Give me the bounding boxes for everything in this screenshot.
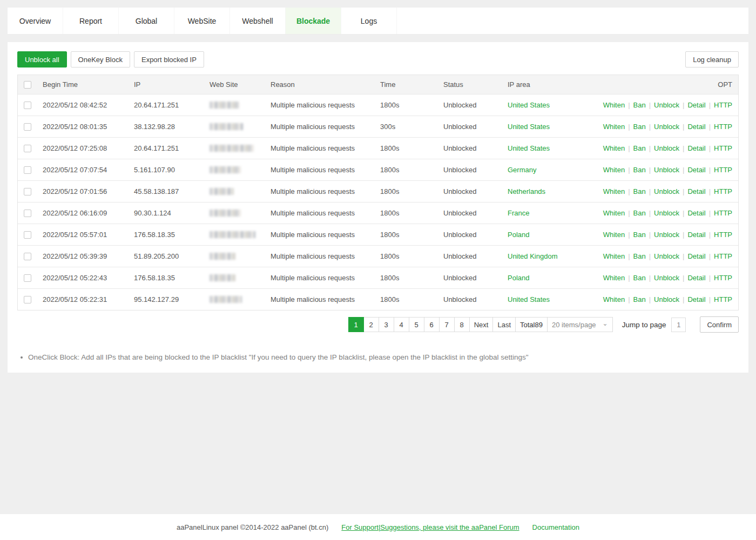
detail-action-link[interactable]: Detail [687,144,705,152]
tab-global[interactable]: Global [119,8,174,34]
tab-website[interactable]: WebSite [174,8,230,34]
page-button-3[interactable]: 3 [379,317,394,332]
row-checkbox[interactable] [24,231,31,239]
whiten-action-link[interactable]: Whiten [603,187,625,195]
page-button-2[interactable]: 2 [363,317,379,332]
ip-area-link[interactable]: Poland [508,231,529,239]
page-button-6[interactable]: 6 [424,317,440,332]
items-per-page-select[interactable]: 20 items/page⌄ [547,317,613,332]
unblock-action-link[interactable]: Unblock [654,187,679,195]
footer-documentation-link[interactable]: Documentation [532,523,579,531]
unblock-action-link[interactable]: Unblock [654,274,679,282]
page-button-1[interactable]: 1 [348,317,364,332]
whiten-action-link[interactable]: Whiten [603,274,625,282]
whiten-action-link[interactable]: Whiten [603,252,625,260]
unblock-action-link[interactable]: Unblock [654,166,679,174]
row-checkbox-cell [18,123,37,131]
onekey-block-button[interactable]: OneKey Block [71,51,130,68]
select-all-checkbox[interactable] [24,81,31,89]
tab-webshell[interactable]: Webshell [230,8,286,34]
tab-logs[interactable]: Logs [341,8,397,34]
page-button-4[interactable]: 4 [394,317,409,332]
page-button-7[interactable]: 7 [439,317,455,332]
jump-to-page-input[interactable] [671,318,686,332]
ip-area-link[interactable]: Germany [508,166,536,174]
footer-support-link[interactable]: For Support|Suggestions, please visit th… [341,523,519,531]
http-action-link[interactable]: HTTP [714,252,732,260]
ip-area-link[interactable]: Netherlands [508,187,545,195]
http-action-link[interactable]: HTTP [714,166,732,174]
row-checkbox[interactable] [24,296,31,303]
row-checkbox[interactable] [24,123,31,131]
detail-action-link[interactable]: Detail [687,231,705,239]
detail-action-link[interactable]: Detail [687,101,705,109]
cell-reason: Multiple malicious requests [265,123,375,131]
ip-area-link[interactable]: France [508,209,529,217]
whiten-action-link[interactable]: Whiten [603,144,625,152]
ip-area-link[interactable]: United States [508,123,550,131]
whiten-action-link[interactable]: Whiten [603,123,625,131]
ip-area-link[interactable]: United States [508,101,550,109]
detail-action-link[interactable]: Detail [687,252,705,260]
ip-area-link[interactable]: United Kingdom [508,252,558,260]
http-action-link[interactable]: HTTP [714,144,732,152]
unblock-action-link[interactable]: Unblock [654,295,679,303]
unblock-action-link[interactable]: Unblock [654,123,679,131]
ban-action-link[interactable]: Ban [633,144,646,152]
detail-action-link[interactable]: Detail [687,123,705,131]
unblock-action-link[interactable]: Unblock [654,231,679,239]
row-checkbox[interactable] [24,210,31,217]
http-action-link[interactable]: HTTP [714,295,732,303]
row-checkbox[interactable] [24,188,31,195]
export-blocked-ip-button[interactable]: Export blocked IP [134,51,204,68]
ban-action-link[interactable]: Ban [633,252,646,260]
ban-action-link[interactable]: Ban [633,101,646,109]
unblock-action-link[interactable]: Unblock [654,144,679,152]
unblock-action-link[interactable]: Unblock [654,252,679,260]
tab-blockade[interactable]: Blockade [286,8,341,34]
http-action-link[interactable]: HTTP [714,123,732,131]
ban-action-link[interactable]: Ban [633,123,646,131]
ban-action-link[interactable]: Ban [633,166,646,174]
whiten-action-link[interactable]: Whiten [603,101,625,109]
tab-report[interactable]: Report [63,8,119,34]
http-action-link[interactable]: HTTP [714,101,732,109]
http-action-link[interactable]: HTTP [714,231,732,239]
whiten-action-link[interactable]: Whiten [603,209,625,217]
whiten-action-link[interactable]: Whiten [603,231,625,239]
unblock-all-button[interactable]: Unblock all [17,51,67,68]
row-checkbox[interactable] [24,274,31,282]
confirm-button[interactable]: Confirm [700,316,739,333]
row-checkbox[interactable] [24,253,31,260]
cell-opt: Whiten|Ban|Unblock|Detail|HTTP [596,166,738,174]
ban-action-link[interactable]: Ban [633,209,646,217]
ip-area-link[interactable]: Poland [508,274,529,282]
http-action-link[interactable]: HTTP [714,274,732,282]
unblock-action-link[interactable]: Unblock [654,101,679,109]
row-checkbox[interactable] [24,102,31,109]
next-page-button[interactable]: Next [469,317,494,332]
detail-action-link[interactable]: Detail [687,166,705,174]
unblock-action-link[interactable]: Unblock [654,209,679,217]
ban-action-link[interactable]: Ban [633,231,646,239]
detail-action-link[interactable]: Detail [687,295,705,303]
tab-overview[interactable]: Overview [8,8,63,34]
ban-action-link[interactable]: Ban [633,295,646,303]
page-button-8[interactable]: 8 [454,317,470,332]
ip-area-link[interactable]: United States [508,144,550,152]
detail-action-link[interactable]: Detail [687,209,705,217]
log-cleanup-button[interactable]: Log cleanup [685,51,739,68]
ip-area-link[interactable]: United States [508,295,550,303]
http-action-link[interactable]: HTTP [714,209,732,217]
http-action-link[interactable]: HTTP [714,187,732,195]
page-button-5[interactable]: 5 [409,317,424,332]
row-checkbox[interactable] [24,145,31,152]
detail-action-link[interactable]: Detail [687,187,705,195]
ban-action-link[interactable]: Ban [633,274,646,282]
whiten-action-link[interactable]: Whiten [603,295,625,303]
detail-action-link[interactable]: Detail [687,274,705,282]
last-page-button[interactable]: Last [492,317,516,332]
row-checkbox[interactable] [24,166,31,174]
whiten-action-link[interactable]: Whiten [603,166,625,174]
ban-action-link[interactable]: Ban [633,187,646,195]
